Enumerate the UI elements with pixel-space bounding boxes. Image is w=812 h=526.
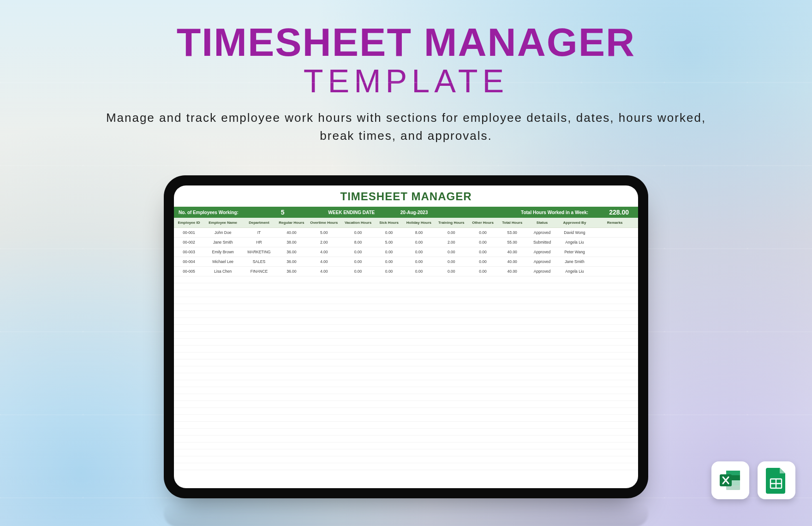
empty-row [174,311,638,318]
empty-row [174,283,638,290]
cell: David Wong [558,228,592,238]
cell: 55.00 [498,238,527,247]
cell: Jane Smith [558,257,592,267]
col-header: Remarks [591,218,638,228]
empty-row [174,304,638,311]
tablet-frame: TIMESHEET MANAGER No. of Employees Worki… [164,175,648,498]
cell: 0.00 [468,247,498,257]
hero-description: Manage and track employee work hours wit… [102,109,710,145]
col-header: Employee Name [204,218,242,228]
sheets-icon [765,467,788,494]
col-header: Sick Hours [375,218,403,228]
cell: Jane Smith [204,238,242,247]
sheets-badge [758,461,795,499]
empty-row [174,422,638,429]
cell: SALES [242,257,276,267]
cell: 5.00 [375,238,403,247]
cell: 0.00 [375,228,403,238]
cell: 0.00 [468,228,498,238]
cell [591,247,638,257]
cell: 2.00 [307,238,341,247]
excel-icon [718,468,743,493]
cell: Approved [527,247,558,257]
excel-badge [711,461,749,499]
empty-row [174,346,638,353]
table-row: 00-001John DoeIT40.005.000.000.008.000.0… [174,228,638,238]
empty-row [174,290,638,297]
cell: 0.00 [341,228,375,238]
cell: 5.00 [307,228,341,238]
cell: 36.00 [276,247,307,257]
empty-row [174,359,638,366]
promo-canvas: TIMESHEET MANAGER TEMPLATE Manage and tr… [0,0,812,526]
cell: Emily Brown [204,247,242,257]
cell: 36.00 [276,257,307,267]
col-header: Employee ID [174,218,204,228]
summary-total-hours-label: Total Hours Worked in a Week: [476,210,588,215]
col-header: Holiday Hours [403,218,435,228]
tablet-reflection [164,499,648,526]
cell: Lisa Chen [204,267,242,276]
cell: 0.00 [435,228,468,238]
cell: IT [242,228,276,238]
col-header: Overtime Hours [307,218,341,228]
cell [591,238,638,247]
summary-total-hours-value: 228.00 [588,209,633,216]
cell: 0.00 [375,247,403,257]
empty-row [174,318,638,325]
col-header: Approved By [558,218,592,228]
cell: 00-002 [174,238,204,247]
col-header: Vacation Hours [341,218,375,228]
cell: Peter Wang [558,247,592,257]
hero-heading-block: TIMESHEET MANAGER TEMPLATE [0,0,812,100]
col-header: Status [527,218,558,228]
empty-row [174,442,638,449]
cell: 4.00 [307,247,341,257]
col-header: Department [242,218,276,228]
cell: 0.00 [341,247,375,257]
cell: 0.00 [403,257,435,267]
empty-row [174,401,638,408]
cell: 0.00 [341,267,375,276]
cell: 0.00 [435,267,468,276]
cell: 8.00 [341,238,375,247]
empty-row [174,366,638,373]
table-row: 00-004Michael LeeSALES36.004.000.000.000… [174,257,638,267]
timesheet-table: Employee IDEmployee NameDepartmentRegula… [174,218,638,470]
cell: 0.00 [403,238,435,247]
cell [591,228,638,238]
cell: 0.00 [468,238,498,247]
empty-row [174,408,638,415]
hero-title: TIMESHEET MANAGER [0,22,812,62]
cell: Approved [527,228,558,238]
empty-row [174,415,638,422]
sheet-title: TIMESHEET MANAGER [174,185,638,207]
empty-row [174,297,638,304]
empty-row [174,456,638,463]
summary-bar: No. of Employees Working: 5 WEEK ENDING … [174,207,638,218]
cell: Approved [527,267,558,276]
cell: FINANCE [242,267,276,276]
empty-row [174,339,638,346]
empty-row [174,276,638,283]
cell: 00-001 [174,228,204,238]
summary-employees-label: No. of Employees Working: [179,210,276,215]
col-header: Total Hours [498,218,527,228]
empty-row [174,332,638,339]
cell: Michael Lee [204,257,242,267]
cell: 4.00 [307,257,341,267]
cell: 0.00 [435,247,468,257]
table-row: 00-002Jane SmithHR38.002.008.005.000.002… [174,238,638,247]
cell: John Doe [204,228,242,238]
empty-row [174,394,638,401]
cell: Angela Liu [558,267,592,276]
empty-row [174,353,638,359]
col-header: Regular Hours [276,218,307,228]
cell: 38.00 [276,238,307,247]
empty-row [174,436,638,442]
cell: 4.00 [307,267,341,276]
empty-row [174,325,638,332]
empty-row [174,463,638,470]
empty-row [174,429,638,436]
empty-row [174,387,638,394]
